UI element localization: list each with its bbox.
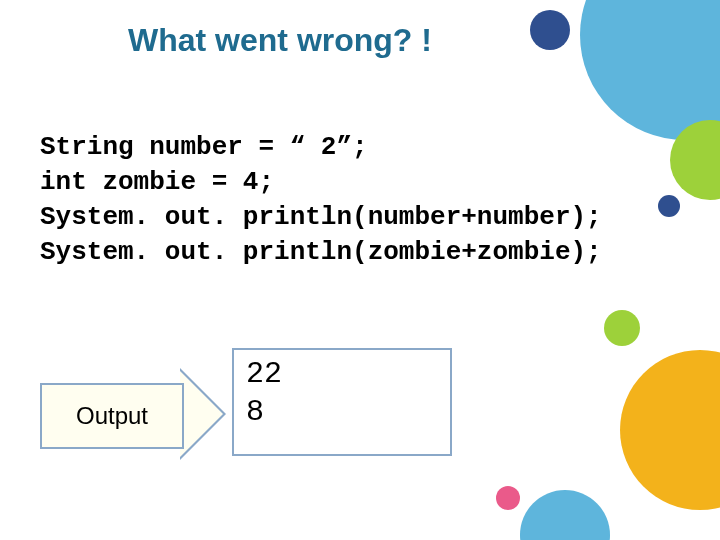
circle-decoration [620, 350, 720, 510]
output-line: 22 [246, 357, 282, 391]
code-line: int zombie = 4; [40, 167, 274, 197]
output-label: Output [76, 402, 148, 430]
circle-decoration [520, 490, 610, 540]
output-label-box: Output [40, 383, 184, 449]
code-line: System. out. println(zombie+zombie); [40, 237, 602, 267]
slide: What went wrong? ! String number = “ 2”;… [0, 0, 720, 540]
code-line: System. out. println(number+number); [40, 202, 602, 232]
circle-decoration [496, 486, 520, 510]
output-line: 8 [246, 395, 264, 429]
arrow-head-icon [180, 371, 223, 457]
output-box: 22 8 [232, 348, 452, 456]
output-arrow: Output [40, 368, 220, 460]
circle-decoration [604, 310, 640, 346]
circle-decoration [580, 0, 720, 140]
circle-decoration [530, 10, 570, 50]
circle-decoration [658, 195, 680, 217]
code-line: String number = “ 2”; [40, 132, 368, 162]
code-block: String number = “ 2”; int zombie = 4; Sy… [40, 130, 602, 270]
slide-title: What went wrong? ! [128, 22, 432, 59]
